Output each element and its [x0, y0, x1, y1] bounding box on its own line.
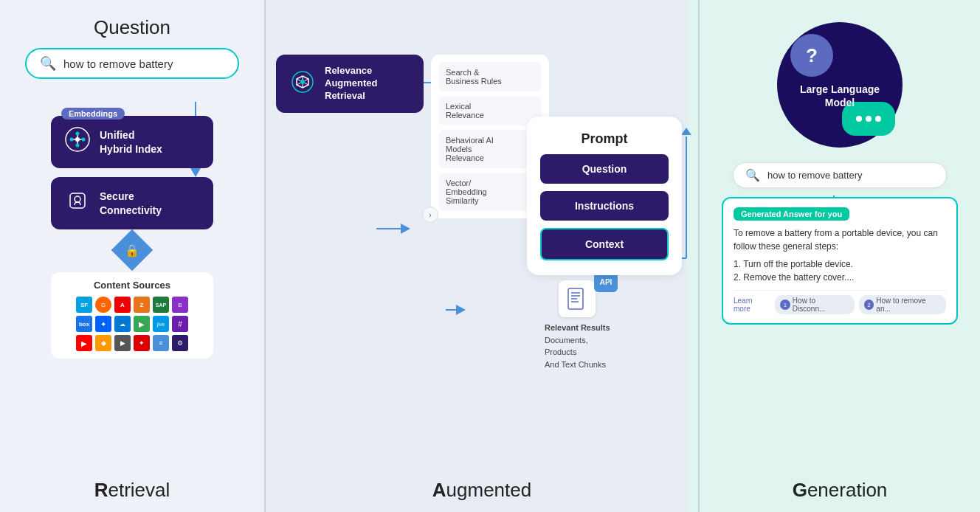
content-sources-panel: Content Sources SF G A Z SAP B box ✦ ☁ ▶… [51, 272, 213, 359]
rar-icon [289, 69, 316, 98]
rar-title: RelevanceAugmented Retrieval [325, 65, 410, 103]
augmented-section: RelevanceAugmented Retrieval Search &Bus… [264, 0, 700, 512]
embeddings-badge: Embeddings [61, 108, 125, 120]
slack-icon: # [172, 316, 188, 332]
svg-point-23 [75, 196, 80, 202]
icon-6: ✦ [134, 335, 150, 351]
llm-circle: ? Large LanguageModel [777, 22, 903, 148]
relevant-results-area: API Relevant ResultsDocuments,ProductsAn… [545, 280, 610, 370]
secure-connectivity-card: SecureConnectivity [51, 177, 213, 229]
svg-point-17 [70, 138, 74, 142]
retrieval-title: Question [0, 0, 264, 39]
svg-point-25 [300, 80, 305, 84]
gen-search-text: how to remove battery [767, 170, 863, 181]
answer-footer: Learn more 1 How to Disconn... 2 How to … [734, 290, 946, 314]
result-chip-1[interactable]: 1 How to Disconn... [775, 295, 854, 314]
answer-box: Generated Answer for you To remove a bat… [722, 197, 958, 325]
generation-bold-letter: G [793, 479, 807, 501]
icon-7: ≡ [153, 335, 169, 351]
answer-header-badge: Generated Answer for you [734, 207, 849, 221]
main-layout: Question 🔍 how to remove battery Embeddi… [0, 0, 980, 512]
retrieval-section: Question 🔍 how to remove battery Embeddi… [0, 0, 264, 512]
method-lexical: LexicalRelevance [438, 96, 542, 125]
generation-search-bar: 🔍 how to remove battery [733, 162, 947, 188]
search-icon: 🔍 [40, 55, 56, 72]
jive-icon: jive [153, 316, 169, 332]
secure-connectivity-icon [64, 187, 91, 219]
prompt-instructions-btn[interactable]: Instructions [540, 191, 669, 221]
prompt-question-btn[interactable]: Question [540, 154, 669, 184]
svg-point-21 [75, 137, 80, 142]
augmented-bold-letter: A [432, 479, 446, 501]
icon-5: ▶ [114, 335, 131, 351]
question-bubble: ? [790, 34, 833, 77]
lock-diamond-icon: 🔒 [111, 229, 153, 271]
dot3 [875, 116, 881, 122]
chip1-text: How to Disconn... [793, 297, 849, 313]
retrieval-rest: etrieval [108, 479, 170, 501]
unified-hybrid-index-card: Embeddings UnifiedHybrid Index [51, 116, 213, 168]
question-search-bar[interactable]: 🔍 how to remove battery [25, 48, 239, 79]
left-divider [264, 0, 266, 512]
box-icon: box [76, 316, 92, 332]
method-behavioral: Behavioral AIModelsRelevance [438, 130, 542, 168]
secure-connectivity-title: SecureConnectivity [100, 190, 162, 216]
gdrive-icon: ▶ [134, 316, 150, 332]
sharepoint-icon: ☁ [114, 316, 131, 332]
svg-point-19 [76, 132, 80, 136]
generation-footer: Generation [700, 479, 980, 502]
chip1-num: 1 [780, 300, 790, 310]
youtube-icon: ▶ [76, 335, 92, 351]
results-icons: API [559, 280, 596, 317]
rar-card: RelevanceAugmented Retrieval [276, 55, 424, 113]
svg-point-18 [82, 138, 86, 142]
method-search: Search &Business Rules [438, 62, 542, 91]
result-chip-2[interactable]: 2 How to remove an... [859, 295, 946, 314]
dot1 [856, 116, 862, 122]
relevant-results-label: Relevant ResultsDocuments,ProductsAnd Te… [545, 322, 610, 370]
question-label: Question [94, 16, 170, 38]
adobe-icon: A [114, 297, 131, 313]
sap-icon: SAP [153, 297, 169, 313]
hybrid-index-icon [64, 126, 91, 158]
prompt-title: Prompt [582, 131, 628, 147]
chip2-num: 2 [864, 300, 874, 310]
icon-4: ◆ [95, 335, 111, 351]
dot2 [866, 116, 872, 122]
answer-step1: 1. Turn off the portable device. [734, 257, 946, 271]
retrieval-bold-letter: R [94, 479, 108, 501]
prompt-card: Prompt Question Instructions Context [527, 117, 682, 275]
dropbox-icon: ✦ [95, 316, 111, 332]
gen-search-icon: 🔍 [745, 168, 760, 182]
salesforce-icon: SF [76, 297, 92, 313]
content-sources-title: Content Sources [60, 280, 204, 291]
retrieval-footer: Retrieval [0, 479, 264, 502]
answer-step2: 2. Remove the battery cover.... [734, 271, 946, 284]
chip2-text: How to remove an... [876, 297, 941, 313]
brand-icon-1: B [172, 297, 188, 313]
llm-label: Large LanguageModel [800, 83, 880, 109]
learn-more-link[interactable]: Learn more [734, 297, 770, 313]
document-icon [559, 280, 596, 317]
zendesk-icon: Z [134, 297, 150, 313]
augmented-rest: ugmented [446, 479, 532, 501]
method-vector: Vector/EmbeddingSimilarity [438, 173, 542, 211]
question-mark-icon: ? [806, 44, 818, 67]
icon-8: ⚙ [172, 335, 188, 351]
augmented-footer: Augmented [264, 479, 700, 502]
svg-point-20 [76, 144, 80, 148]
svg-rect-22 [70, 193, 85, 208]
prompt-context-btn[interactable]: Context [540, 228, 669, 260]
answer-text: To remove a battery from a portable devi… [734, 226, 946, 253]
generation-section: ? Large LanguageModel 🔍 how to remove ba… [700, 0, 980, 512]
google-icon: G [95, 297, 111, 313]
expand-icon[interactable]: › [422, 207, 438, 223]
unified-index-title: UnifiedHybrid Index [100, 128, 162, 155]
generation-rest: eneration [807, 479, 887, 501]
search-query-text: how to remove battery [63, 58, 173, 70]
